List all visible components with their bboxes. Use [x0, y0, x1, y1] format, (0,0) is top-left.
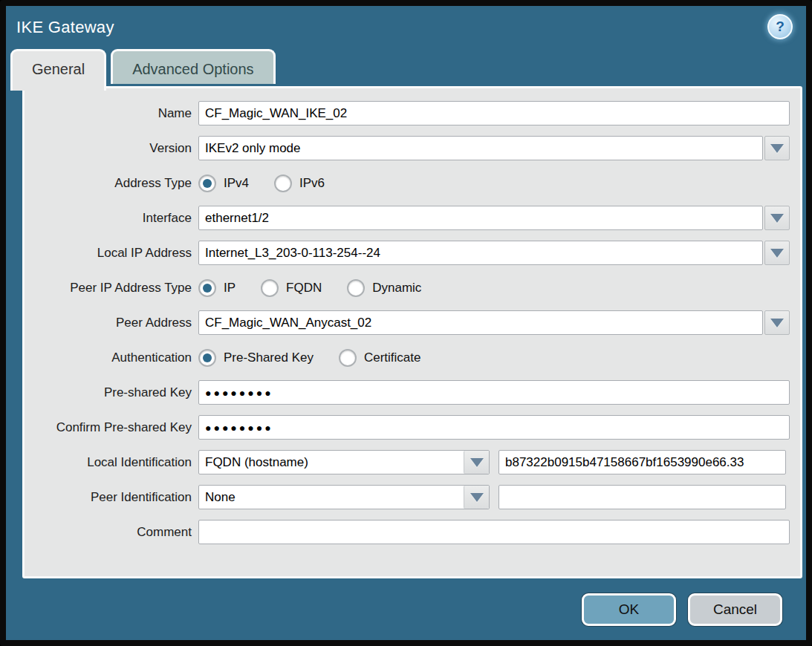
- local-ip-address-dropdown-button[interactable]: [764, 241, 790, 265]
- tab-general[interactable]: General: [10, 49, 106, 91]
- interface-dropdown-button[interactable]: [764, 206, 790, 230]
- ike-gateway-dialog: IKE Gateway ? General Advanced Options N…: [0, 0, 812, 646]
- radio-selected-icon: [198, 279, 216, 297]
- radio-unselected-icon: [347, 279, 365, 297]
- peer-address-label: Peer Address: [25, 316, 198, 330]
- radio-unselected-icon: [274, 174, 292, 192]
- radio-selected-icon: [198, 349, 216, 367]
- name-row: Name: [25, 101, 790, 125]
- peer-identification-type-select[interactable]: None: [198, 485, 490, 509]
- confirm-pre-shared-key-input[interactable]: [198, 415, 790, 440]
- radio-certificate-label: Certificate: [364, 350, 421, 365]
- version-input[interactable]: [198, 136, 763, 160]
- chevron-down-icon: [770, 214, 784, 223]
- radio-ipv6-label: IPv6: [299, 176, 325, 191]
- radio-ip[interactable]: IP: [198, 279, 236, 297]
- peer-ip-address-type-row: Peer IP Address Type IP FQDN Dynamic: [25, 275, 790, 300]
- cancel-button[interactable]: Cancel: [688, 593, 782, 626]
- peer-identification-type-value: None: [199, 490, 464, 505]
- confirm-pre-shared-key-label: Confirm Pre-shared Key: [25, 420, 198, 435]
- ok-button[interactable]: OK: [582, 593, 676, 626]
- confirm-pre-shared-key-row: Confirm Pre-shared Key: [25, 415, 790, 440]
- pre-shared-key-label: Pre-shared Key: [25, 385, 198, 400]
- local-identification-label: Local Identification: [25, 455, 198, 470]
- peer-ip-address-type-label: Peer IP Address Type: [25, 281, 198, 296]
- chevron-down-icon: [770, 144, 784, 153]
- peer-address-row: Peer Address: [25, 310, 790, 335]
- radio-fqdn-label: FQDN: [286, 281, 322, 296]
- peer-identification-row: Peer Identification None: [25, 485, 790, 509]
- radio-fqdn[interactable]: FQDN: [261, 279, 322, 297]
- chevron-down-icon: [770, 249, 784, 258]
- title-bar: IKE Gateway: [6, 6, 806, 49]
- local-identification-dropdown-button[interactable]: [464, 451, 489, 474]
- peer-identification-value-input[interactable]: [498, 485, 786, 509]
- interface-row: Interface: [25, 206, 790, 230]
- authentication-row: Authentication Pre-Shared Key Certificat…: [25, 345, 790, 370]
- radio-pre-shared-key-label: Pre-Shared Key: [224, 350, 314, 365]
- radio-ip-label: IP: [224, 281, 236, 296]
- chevron-down-icon: [470, 493, 484, 502]
- tab-advanced-options[interactable]: Advanced Options: [111, 49, 275, 84]
- local-identification-value-input[interactable]: [498, 450, 786, 474]
- radio-ipv4[interactable]: IPv4: [198, 174, 249, 192]
- radio-ipv4-label: IPv4: [224, 176, 249, 191]
- pre-shared-key-row: Pre-shared Key: [25, 380, 790, 405]
- comment-input[interactable]: [198, 520, 790, 544]
- radio-certificate[interactable]: Certificate: [339, 349, 421, 367]
- dialog-title: IKE Gateway: [16, 18, 114, 37]
- local-ip-address-input[interactable]: [198, 241, 763, 265]
- peer-address-dropdown-button[interactable]: [764, 310, 790, 335]
- local-ip-address-label: Local IP Address: [25, 246, 198, 261]
- peer-address-input[interactable]: [198, 310, 763, 335]
- comment-row: Comment: [25, 520, 790, 544]
- radio-dynamic-label: Dynamic: [372, 281, 421, 296]
- chevron-down-icon: [770, 319, 784, 327]
- version-row: Version: [25, 136, 790, 160]
- version-label: Version: [25, 141, 198, 156]
- interface-label: Interface: [25, 211, 198, 226]
- local-identification-type-value: FQDN (hostname): [199, 455, 464, 470]
- radio-dynamic[interactable]: Dynamic: [347, 279, 421, 297]
- radio-pre-shared-key[interactable]: Pre-Shared Key: [198, 349, 314, 367]
- address-type-label: Address Type: [25, 176, 198, 191]
- chevron-down-icon: [470, 458, 484, 467]
- general-tab-panel: Name Version Address Type IPv4: [22, 86, 802, 578]
- name-input[interactable]: [198, 101, 790, 125]
- radio-selected-icon: [198, 174, 216, 192]
- comment-label: Comment: [25, 525, 198, 540]
- pre-shared-key-input[interactable]: [198, 380, 790, 405]
- version-dropdown-button[interactable]: [764, 136, 790, 160]
- local-identification-row: Local Identification FQDN (hostname): [25, 450, 790, 474]
- authentication-label: Authentication: [25, 350, 198, 365]
- radio-unselected-icon: [339, 349, 357, 367]
- peer-identification-dropdown-button[interactable]: [464, 486, 489, 509]
- name-label: Name: [25, 106, 198, 121]
- interface-input[interactable]: [198, 206, 763, 230]
- footer-button-bar: OK Cancel: [582, 593, 782, 626]
- radio-unselected-icon: [261, 279, 279, 297]
- radio-ipv6[interactable]: IPv6: [274, 174, 325, 192]
- address-type-row: Address Type IPv4 IPv6: [25, 171, 790, 195]
- local-ip-address-row: Local IP Address: [25, 241, 790, 265]
- help-icon[interactable]: ?: [767, 14, 793, 39]
- tab-bar: General Advanced Options: [10, 49, 276, 88]
- question-mark-glyph: ?: [776, 19, 785, 35]
- peer-identification-label: Peer Identification: [25, 490, 198, 505]
- local-identification-type-select[interactable]: FQDN (hostname): [198, 450, 490, 474]
